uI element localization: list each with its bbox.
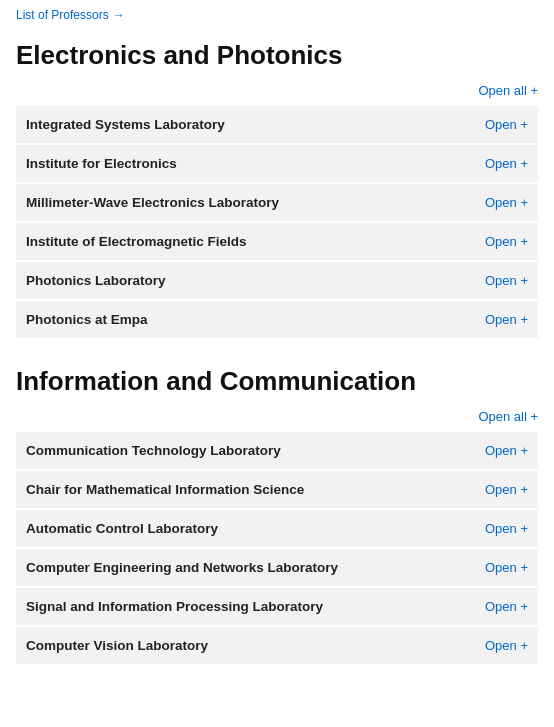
section-electronics-photonics: Electronics and PhotonicsOpen all +Integ… xyxy=(16,40,538,338)
open-all-row: Open all + xyxy=(16,405,538,428)
open-lab-link[interactable]: Open + xyxy=(485,599,528,614)
open-all-row: Open all + xyxy=(16,79,538,102)
open-lab-link[interactable]: Open + xyxy=(485,156,528,171)
open-all-link-electronics-photonics[interactable]: Open all + xyxy=(478,83,538,98)
section-title-electronics-photonics: Electronics and Photonics xyxy=(16,40,538,71)
breadcrumb: List of Professors → xyxy=(16,8,538,22)
lab-row: Millimeter-Wave Electronics LaboratoryOp… xyxy=(16,184,538,223)
open-lab-link[interactable]: Open + xyxy=(485,273,528,288)
lab-row: Photonics at EmpaOpen + xyxy=(16,301,538,338)
lab-row: Automatic Control LaboratoryOpen + xyxy=(16,510,538,549)
lab-row: Chair for Mathematical Information Scien… xyxy=(16,471,538,510)
lab-name: Millimeter-Wave Electronics Laboratory xyxy=(26,195,279,210)
lab-row: Institute of Electromagnetic FieldsOpen … xyxy=(16,223,538,262)
section-information-communication: Information and CommunicationOpen all +C… xyxy=(16,366,538,664)
lab-name: Integrated Systems Laboratory xyxy=(26,117,225,132)
lab-name: Institute of Electromagnetic Fields xyxy=(26,234,247,249)
open-lab-link[interactable]: Open + xyxy=(485,521,528,536)
open-lab-link[interactable]: Open + xyxy=(485,638,528,653)
lab-row: Institute for ElectronicsOpen + xyxy=(16,145,538,184)
lab-name: Computer Engineering and Networks Labora… xyxy=(26,560,338,575)
open-lab-link[interactable]: Open + xyxy=(485,482,528,497)
open-lab-link[interactable]: Open + xyxy=(485,443,528,458)
lab-name: Signal and Information Processing Labora… xyxy=(26,599,323,614)
lab-name: Communication Technology Laboratory xyxy=(26,443,281,458)
lab-row: Signal and Information Processing Labora… xyxy=(16,588,538,627)
lab-name: Automatic Control Laboratory xyxy=(26,521,218,536)
open-all-link-information-communication[interactable]: Open all + xyxy=(478,409,538,424)
open-lab-link[interactable]: Open + xyxy=(485,195,528,210)
lab-row: Communication Technology LaboratoryOpen … xyxy=(16,432,538,471)
open-lab-link[interactable]: Open + xyxy=(485,312,528,327)
lab-name: Photonics at Empa xyxy=(26,312,148,327)
section-title-information-communication: Information and Communication xyxy=(16,366,538,397)
lab-name: Institute for Electronics xyxy=(26,156,177,171)
lab-row: Computer Engineering and Networks Labora… xyxy=(16,549,538,588)
lab-row: Integrated Systems LaboratoryOpen + xyxy=(16,106,538,145)
breadcrumb-link[interactable]: List of Professors xyxy=(16,8,109,22)
open-lab-link[interactable]: Open + xyxy=(485,117,528,132)
sections-container: Electronics and PhotonicsOpen all +Integ… xyxy=(16,40,538,664)
open-lab-link[interactable]: Open + xyxy=(485,234,528,249)
lab-row: Photonics LaboratoryOpen + xyxy=(16,262,538,301)
lab-name: Computer Vision Laboratory xyxy=(26,638,208,653)
lab-row: Computer Vision LaboratoryOpen + xyxy=(16,627,538,664)
lab-name: Chair for Mathematical Information Scien… xyxy=(26,482,304,497)
breadcrumb-arrow-icon: → xyxy=(113,8,125,22)
lab-name: Photonics Laboratory xyxy=(26,273,166,288)
open-lab-link[interactable]: Open + xyxy=(485,560,528,575)
